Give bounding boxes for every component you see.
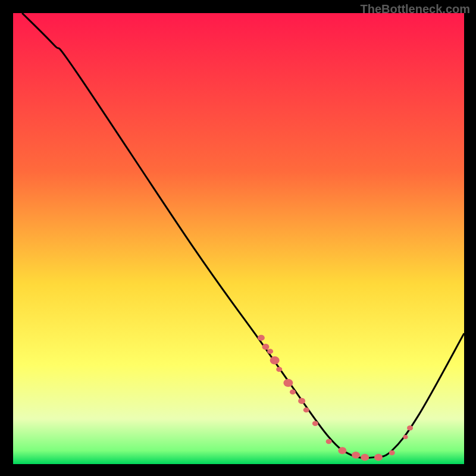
bottleneck-marker <box>374 454 383 461</box>
bottleneck-marker <box>270 356 280 365</box>
bottleneck-marker <box>326 439 332 444</box>
bottleneck-marker <box>389 450 395 456</box>
bottleneck-marker <box>352 452 360 459</box>
bottleneck-marker <box>338 447 346 454</box>
bottleneck-marker <box>262 344 269 350</box>
bottleneck-marker <box>298 398 305 404</box>
bottleneck-chart <box>13 13 464 464</box>
bottleneck-marker <box>267 349 273 354</box>
bottleneck-marker <box>303 408 309 413</box>
bottleneck-marker <box>290 389 296 394</box>
bottleneck-marker <box>407 425 413 431</box>
chart-background-gradient <box>13 13 464 464</box>
bottleneck-marker <box>403 435 408 439</box>
attribution-label: TheBottleneck.com <box>361 2 470 16</box>
bottleneck-marker <box>283 379 293 387</box>
bottleneck-marker <box>312 421 318 427</box>
bottleneck-marker <box>276 367 282 372</box>
bottleneck-marker <box>258 335 265 341</box>
chart-svg <box>13 13 464 464</box>
bottleneck-marker <box>361 454 369 461</box>
